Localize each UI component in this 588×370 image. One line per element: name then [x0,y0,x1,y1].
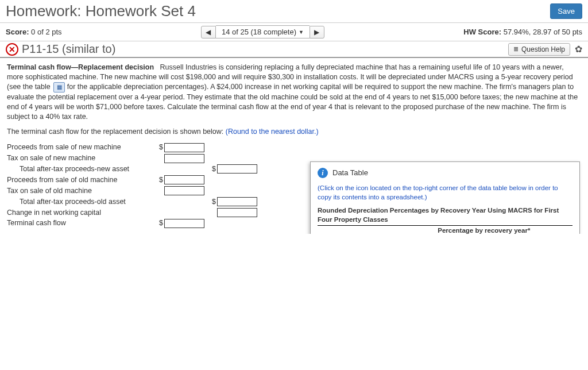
chevron-down-icon: ▼ [299,29,304,35]
cashflow-lead-text: The terminal cash flow for the replaceme… [7,128,226,136]
cf-label-old-tax: Tax on sale of old machine [7,186,156,196]
cf-label-terminal: Terminal cash flow [7,218,156,228]
dollar-sign: $ [156,142,163,152]
cf-input-old-proceeds[interactable] [164,175,204,184]
cf-input-old-tax[interactable] [164,186,204,195]
page-title: Homework: Homework Set 4 [6,2,196,20]
score-value: 0 of 2 pts [31,28,61,36]
cf-input-new-proceeds[interactable] [164,143,204,152]
info-icon: i [318,168,328,178]
question-help-button[interactable]: ≣ Question Help [508,43,570,56]
prev-question-button[interactable]: ◀ [201,26,216,38]
data-table-name: Rounded Depreciation Percentages by Reco… [318,206,572,224]
problem-body-2: for the applicable depreciation percenta… [7,83,578,120]
nav-position-text: 14 of 25 (18 complete) [222,28,296,36]
data-table-title: Data Table [332,168,368,178]
cf-label-old-proceeds: Proceeds from sale of old machine [7,175,156,185]
dollar-sign: $ [209,164,216,174]
score-display: Score: 0 of 2 pts [6,28,62,36]
problem-title: Terminal cash flow—Replacement decision [7,63,154,71]
cf-input-old-total[interactable] [217,197,257,206]
dollar-sign: $ [156,175,163,185]
problem-text: Terminal cash flow—Replacement decision … [7,63,581,121]
list-icon: ≣ [513,45,518,53]
question-number: P11-15 (similar to) [22,43,115,56]
round-note: (Round to the nearest dollar.) [226,128,319,136]
cf-input-new-tax[interactable] [164,154,204,163]
table-icon[interactable]: ▦ [53,82,65,92]
dollar-sign: $ [209,197,216,207]
hw-score-display: HW Score: 57.94%, 28.97 of 50 pts [463,28,582,36]
cf-input-nwc[interactable] [217,208,257,217]
gear-icon[interactable]: ✿ [575,44,582,55]
cf-label-new-proceeds: Proceeds from sale of new machine [7,142,156,152]
data-table-popup: i Data Table (Click on the icon located … [310,161,580,234]
cf-input-new-total[interactable] [217,164,257,174]
cf-input-terminal[interactable] [164,219,204,228]
dollar-sign: $ [156,218,163,228]
data-table-instructions: (Click on the icon located on the top-ri… [318,184,572,202]
cf-label-new-total: Total after-tax proceeds-new asset [7,164,156,174]
question-nav-dropdown[interactable]: 14 of 25 (18 complete) ▼ [216,25,310,38]
macrs-table: Percentage by recovery year* Recovery ye… [318,225,572,234]
question-help-label: Question Help [521,45,565,53]
next-question-button[interactable]: ▶ [310,26,324,38]
close-icon[interactable]: ✕ [6,43,18,56]
score-label: Score: [6,28,29,36]
cf-label-nwc: Change in net working capital [7,208,156,218]
hw-score-value: 57.94%, 28.97 of 50 pts [504,28,582,36]
cf-label-new-tax: Tax on sale of new machine [7,153,156,163]
cashflow-lead: The terminal cash flow for the replaceme… [7,127,581,137]
hw-score-label: HW Score: [463,28,501,36]
save-button[interactable]: Save [550,3,582,19]
macrs-header-span: Percentage by recovery year* [396,226,572,234]
cf-label-old-total: Total after-tax proceeds-old asset [7,197,156,207]
